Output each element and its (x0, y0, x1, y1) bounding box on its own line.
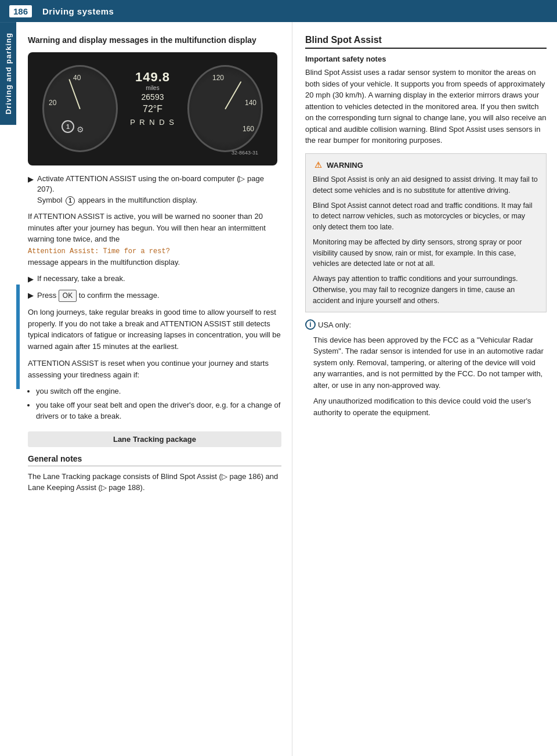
general-notes-heading: General notes (28, 454, 281, 466)
bullet1-text: Activate ATTENTION ASSIST using the on-b… (37, 174, 281, 207)
section-marker (16, 285, 20, 389)
info-icon: i (305, 319, 316, 330)
para-long-journeys: On long journeys, take regular breaks in… (28, 307, 281, 352)
unit-display: miles (115, 85, 190, 91)
warning-box: ⚠ WARNING Blind Spot Assist is only an a… (305, 153, 547, 313)
warning-title: ⚠ WARNING (313, 160, 539, 171)
ok-button-label: OK (59, 290, 77, 302)
side-tab-label: Driving and parking (0, 22, 16, 125)
intro-text: Blind Spot Assist uses a radar sensor sy… (305, 67, 547, 146)
section-heading: Warning and display messages in the mult… (28, 35, 281, 46)
para-attention-intro: If ATTENTION ASSIST is active, you will … (28, 211, 281, 268)
warning-para-2: Blind Spot Assist cannot detect road and… (313, 200, 539, 233)
temp-display: 72°F (115, 104, 190, 114)
warning-label: WARNING (327, 160, 363, 171)
info-row: i USA only: (305, 319, 547, 331)
gear-display: P R N D S (115, 118, 190, 127)
chapter-title: Driving systems (42, 6, 114, 16)
center-display: 149.8 miles 26593 72°F P R N D S (115, 70, 190, 127)
info-para-1: This device has been approved by the FCC… (313, 334, 547, 391)
warning-para-1: Blind Spot Assist is only an aid designe… (313, 174, 539, 196)
warning-para-3: Monitoring may be affected by dirty sens… (313, 237, 539, 269)
arrow-icon-3: ▶ (28, 290, 34, 302)
mileage-display: 26593 (115, 92, 190, 102)
package-box: Lane Tracking package (28, 431, 281, 447)
important-heading: Important safety notes (305, 55, 547, 63)
bullet-press-ok: ▶ Press OK to confirm the message. (28, 290, 281, 302)
info-para-2: Any unauthorized modification to this de… (313, 395, 547, 418)
press-label: Press (37, 291, 56, 300)
list-item-engine: you switch off the engine. (36, 386, 281, 397)
arrow-icon-2: ▶ (28, 274, 34, 285)
cluster-inner: 40 20 1 ⚙ 149.8 miles 26593 72°F (42, 59, 263, 158)
bullet2-text: If necessary, take a break. (37, 273, 125, 285)
arrow-icon-1: ▶ (28, 174, 34, 207)
page-header: 186 Driving systems (0, 0, 557, 22)
bullet3-text: Press OK to confirm the message. (37, 290, 160, 302)
image-reference: 32-8643-31 (232, 150, 258, 156)
blind-spot-heading: Blind Spot Assist (305, 35, 547, 49)
para-reset: ATTENTION ASSIST is reset when you conti… (28, 358, 281, 380)
attention-message: Attention Assist: Time for a rest? (28, 247, 170, 255)
confirm-label: to confirm the message. (79, 291, 160, 300)
usa-only-label: USA only: (318, 319, 547, 331)
info-box: i USA only: This device has been approve… (305, 319, 547, 418)
speed-display: 149.8 (115, 70, 190, 85)
right-column: Blind Spot Assist Important safety notes… (292, 22, 557, 756)
circle-1: 1 (66, 196, 75, 206)
bullet-activate: ▶ Activate ATTENTION ASSIST using the on… (28, 174, 281, 207)
warning-triangle-icon: ⚠ (313, 160, 323, 170)
reset-conditions-list: you switch off the engine. you take off … (36, 386, 281, 422)
bullet-break: ▶ If necessary, take a break. (28, 273, 281, 285)
page-number: 186 (9, 5, 32, 17)
left-gauge: 40 20 1 ⚙ (42, 65, 118, 152)
content-wrapper: Warning and display messages in the mult… (20, 22, 557, 756)
general-notes-text: The Lane Tracking package consists of Bl… (28, 471, 281, 494)
cluster-image: 40 20 1 ⚙ 149.8 miles 26593 72°F (28, 52, 277, 165)
list-item-seatbelt: you take off your seat belt and open the… (36, 400, 281, 422)
warning-para-4: Always pay attention to traffic conditio… (313, 273, 539, 306)
right-gauge: 120 140 160 (187, 65, 263, 152)
left-column: Warning and display messages in the mult… (20, 22, 292, 756)
